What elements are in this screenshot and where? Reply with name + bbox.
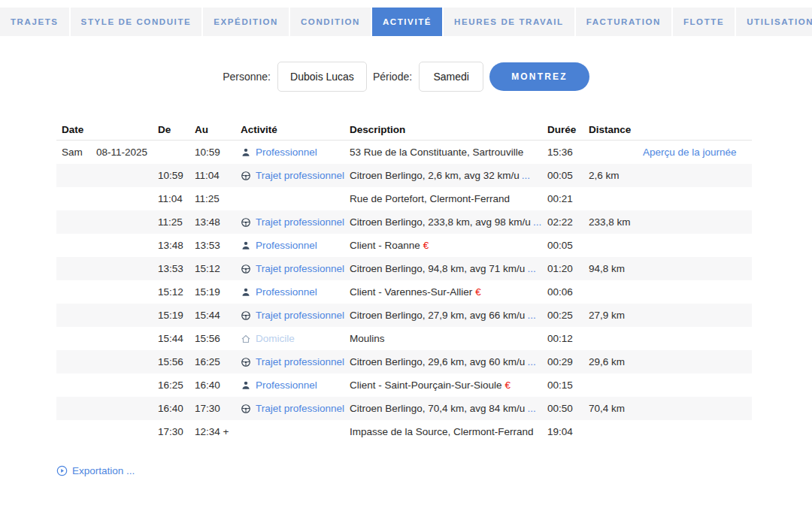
- tab-trajets[interactable]: TRAJETS: [0, 8, 69, 36]
- duration-value: 15:36: [547, 147, 589, 158]
- header-au: Au: [195, 124, 241, 135]
- description-cell: Citroen Berlingo, 2,6 km, avg 32 km/u...: [350, 170, 547, 181]
- description-cell: 53 Rue de la Constituante, Sartrouville: [350, 147, 547, 158]
- time-to: 13:48: [195, 216, 241, 228]
- house-icon: [241, 334, 251, 344]
- description-suffix[interactable]: ...: [527, 356, 535, 367]
- table-header-row: Date De Au Activité Description Durée Di…: [56, 119, 752, 141]
- time-from: 16:40: [158, 403, 195, 414]
- duration-value: 00:25: [547, 310, 589, 321]
- tab-heures-de-travail[interactable]: HEURES DE TRAVAIL: [444, 8, 574, 36]
- tab-activit-[interactable]: ACTIVITÉ: [372, 8, 442, 36]
- steering-wheel-icon: [241, 310, 251, 321]
- activity-link[interactable]: Professionnel: [256, 286, 317, 298]
- description-suffix: €: [423, 240, 429, 251]
- time-to: 11:04: [195, 170, 241, 181]
- table-row: 15:19 15:44 Trajet professionnel Citroen…: [56, 304, 752, 327]
- tab-facturation[interactable]: FACTURATION: [576, 8, 671, 36]
- description-text: Client - Roanne: [350, 240, 420, 251]
- time-to: 16:40: [195, 379, 241, 391]
- periode-input[interactable]: [419, 62, 483, 92]
- show-button[interactable]: MONTREZ: [489, 62, 589, 91]
- time-to: 16:25: [195, 356, 241, 367]
- description-cell: Client - Saint-Pourçain-Sur-Sioule€: [350, 379, 547, 391]
- description-cell: Citroen Berlingo, 70,4 km, avg 84 km/u..…: [350, 403, 547, 414]
- description-text: Citroen Berlingo, 70,4 km, avg 84 km/u: [350, 403, 525, 414]
- header-date: Date: [56, 124, 158, 135]
- duration-value: 00:50: [547, 403, 589, 414]
- description-suffix[interactable]: ...: [522, 170, 530, 181]
- tab-condition[interactable]: CONDITION: [290, 8, 371, 36]
- description-cell: Citroen Berlingo, 29,6 km, avg 60 km/u..…: [350, 356, 547, 367]
- date-cell: Sam 08-11-2025: [56, 147, 158, 158]
- activity-link[interactable]: Trajet professionnel: [256, 356, 344, 367]
- description-text: Impasse de la Source, Clermont-Ferrand: [350, 426, 534, 437]
- activity-link[interactable]: Professionnel: [256, 379, 317, 391]
- activity-link[interactable]: Professionnel: [256, 240, 317, 251]
- distance-value: 2,6 km: [589, 170, 643, 181]
- activity-link[interactable]: Trajet professionnel: [256, 263, 344, 274]
- activity-table: Date De Au Activité Description Durée Di…: [56, 119, 752, 443]
- day-overview-link[interactable]: Aperçu de la journée: [643, 147, 737, 158]
- tab-exp-dition[interactable]: EXPÉDITION: [203, 8, 289, 36]
- time-to: 17:30: [195, 403, 241, 414]
- description-text: 53 Rue de la Constituante, Sartrouville: [350, 147, 523, 158]
- activity-link[interactable]: Trajet professionnel: [256, 403, 344, 414]
- activity-cell: Professionnel: [241, 147, 350, 158]
- export-link[interactable]: Exportation ...: [56, 465, 135, 476]
- duration-value: 00:29: [547, 356, 589, 367]
- description-text: Citroen Berlingo, 233,8 km, avg 98 km/u: [350, 216, 531, 228]
- activity-link[interactable]: Professionnel: [256, 147, 317, 158]
- duration-value: 00:21: [547, 193, 589, 204]
- export-label: Exportation ...: [72, 465, 135, 476]
- activity-cell: Trajet professionnel: [241, 263, 350, 274]
- activity-link[interactable]: Trajet professionnel: [256, 216, 344, 228]
- activity-link[interactable]: Trajet professionnel: [256, 170, 344, 181]
- table-row: Sam 08-11-2025 10:59 Professionnel 53 Ru…: [56, 141, 752, 164]
- table-row: 15:12 15:19 Professionnel Client - Varen…: [56, 280, 752, 304]
- description-cell: Client - Varennes-Sur-Allier€: [350, 286, 547, 298]
- table-row: 10:59 11:04 Trajet professionnel Citroen…: [56, 164, 752, 187]
- tab-utilisation[interactable]: UTILISATION: [736, 8, 812, 36]
- description-cell: Client - Roanne€: [350, 240, 547, 251]
- description-suffix[interactable]: ...: [527, 310, 535, 321]
- time-from: 13:53: [158, 263, 195, 274]
- distance-value: 29,6 km: [589, 356, 643, 367]
- distance-value: 70,4 km: [589, 403, 643, 414]
- description-text: Client - Varennes-Sur-Allier: [350, 286, 472, 298]
- header-description: Description: [350, 124, 547, 135]
- duration-value: 00:06: [547, 286, 589, 298]
- description-suffix[interactable]: ...: [527, 403, 535, 414]
- time-to: 15:44: [195, 310, 241, 321]
- duration-value: 00:05: [547, 240, 589, 251]
- activity-cell: Trajet professionnel: [241, 356, 350, 367]
- distance-value: 27,9 km: [589, 310, 643, 321]
- table-row: 17:30 12:34 + Impasse de la Source, Cler…: [56, 420, 752, 443]
- tab-style-de-conduite[interactable]: STYLE DE CONDUITE: [71, 8, 202, 36]
- steering-wheel-icon: [241, 217, 251, 228]
- day-label: Sam: [62, 147, 96, 158]
- duration-value: 02:22: [547, 216, 589, 228]
- header-duree: Durée: [547, 124, 589, 135]
- tab-flotte[interactable]: FLOTTE: [673, 8, 735, 36]
- table-row: 15:44 15:56 Domicile Moulins 00:12: [56, 327, 752, 350]
- personne-input[interactable]: [277, 62, 367, 92]
- description-suffix[interactable]: ...: [533, 216, 541, 228]
- description-suffix[interactable]: ...: [527, 263, 535, 274]
- time-from: 11:25: [158, 216, 195, 228]
- table-row: 11:25 13:48 Trajet professionnel Citroen…: [56, 210, 752, 234]
- time-from: 13:48: [158, 240, 195, 251]
- activity-link[interactable]: Trajet professionnel: [256, 310, 344, 321]
- description-cell: Citroen Berlingo, 27,9 km, avg 66 km/u..…: [350, 310, 547, 321]
- activity-link[interactable]: Domicile: [256, 333, 295, 344]
- time-to: 15:12: [195, 263, 241, 274]
- description-cell: Citroen Berlingo, 94,8 km, avg 71 km/u..…: [350, 263, 547, 274]
- filter-bar: Personne: Période: MONTREZ: [0, 62, 812, 92]
- description-cell: Rue de Portefort, Clermont-Ferrand: [350, 193, 547, 204]
- time-from: 17:30: [158, 426, 195, 437]
- description-text: Citroen Berlingo, 29,6 km, avg 60 km/u: [350, 356, 525, 367]
- description-cell: Moulins: [350, 333, 547, 344]
- time-to: 12:34 +: [195, 426, 241, 437]
- activity-cell: Professionnel: [241, 240, 350, 251]
- activity-cell: Trajet professionnel: [241, 403, 350, 414]
